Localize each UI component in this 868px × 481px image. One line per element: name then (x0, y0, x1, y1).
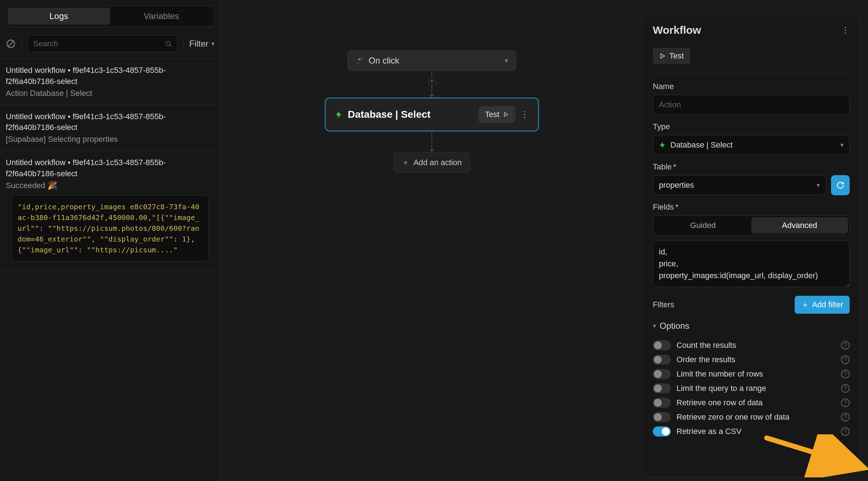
help-icon[interactable]: ? (841, 398, 850, 407)
test-label: Test (669, 51, 684, 61)
option-label: Count the results (677, 341, 736, 350)
options-label: Options (660, 321, 689, 331)
test-label: Test (485, 110, 499, 119)
option-toggle[interactable] (653, 412, 671, 422)
option-row: Limit the number of rows ? (653, 367, 850, 381)
clear-icon[interactable] (6, 39, 16, 49)
option-toggle[interactable] (653, 355, 671, 365)
refresh-icon (836, 181, 844, 189)
help-icon[interactable]: ? (841, 413, 850, 421)
filter-button[interactable]: Filter ▾ (189, 39, 214, 49)
log-item[interactable]: Untitled workflow • f9ef41c3-1c53-4857-8… (0, 59, 220, 105)
log-subtitle: Succeeded 🎉 (6, 181, 214, 190)
type-label: Type (653, 122, 850, 131)
help-icon[interactable]: ? (841, 427, 850, 436)
filter-label: Filter (189, 39, 208, 49)
svg-point-5 (357, 62, 358, 64)
database-select-node[interactable]: Database | Select Test ⋮ (325, 98, 539, 131)
name-label: Name (653, 82, 850, 91)
option-label: Retrieve one row of data (677, 398, 763, 407)
log-title: Untitled workflow • f9ef41c3-1c53-4857-8… (6, 157, 214, 179)
chevron-down-icon: ▾ (840, 141, 844, 149)
workflow-canvas[interactable]: On click ▾ + Database | Select (221, 0, 643, 481)
seg-guided[interactable]: Guided (655, 217, 751, 234)
option-label: Limit the query to a range (677, 384, 766, 393)
add-action-label: Add an action (414, 158, 462, 167)
workflow-panel: Workflow ⋮ Test Name Type (643, 14, 859, 477)
chevron-down-icon: ▾ (505, 57, 508, 65)
help-icon[interactable]: ? (841, 370, 850, 378)
plus-icon: ＋ (402, 158, 409, 167)
node-test-button[interactable]: Test (479, 106, 515, 123)
panel-test-button[interactable]: Test (653, 48, 690, 64)
add-filter-label: Add filter (812, 300, 843, 309)
table-value: properties (659, 181, 694, 190)
option-label: Retrieve zero or one row of data (677, 412, 789, 422)
bolt-icon (659, 141, 666, 149)
fields-mode-segment: Guided Advanced (653, 215, 850, 235)
option-row: Retrieve as a CSV ? (653, 424, 850, 439)
options-list: Count the results ? Order the results ? … (653, 338, 850, 439)
type-select[interactable]: Database | Select ▾ (653, 135, 850, 155)
option-row: Limit the query to a range ? (653, 381, 850, 396)
option-row: Order the results ? (653, 352, 850, 367)
search-input[interactable] (33, 39, 165, 48)
option-row: Retrieve one row of data ? (653, 396, 850, 410)
option-label: Retrieve as a CSV (677, 427, 742, 436)
log-subtitle: [Supabase] Selecting properties (6, 135, 214, 144)
log-title: Untitled workflow • f9ef41c3-1c53-4857-8… (6, 65, 214, 87)
svg-point-2 (166, 41, 170, 46)
bolt-icon (335, 111, 343, 118)
chevron-down-icon: ▾ (211, 40, 214, 48)
logs-sidebar: Logs Variables Filter ▾ Untitl (0, 0, 221, 481)
play-icon (659, 53, 666, 59)
filters-label: Filters (653, 300, 674, 309)
seg-advanced[interactable]: Advanced (751, 217, 848, 234)
plus-icon: ＋ (801, 299, 809, 310)
fields-textarea[interactable] (653, 240, 850, 287)
log-item[interactable]: Untitled workflow • f9ef41c3-1c53-4857-8… (0, 105, 220, 151)
table-select[interactable]: properties ▾ (653, 175, 826, 195)
more-icon[interactable]: ⋮ (520, 109, 529, 120)
node-title: Database | Select (348, 109, 430, 120)
help-icon[interactable]: ? (841, 384, 850, 393)
chevron-down-icon: ▾ (653, 322, 656, 330)
panel-more-icon[interactable]: ⋮ (841, 25, 850, 35)
sparkle-icon (356, 57, 364, 65)
option-toggle[interactable] (653, 369, 671, 379)
divider (183, 38, 184, 50)
option-toggle[interactable] (653, 426, 671, 436)
tab-logs[interactable]: Logs (8, 8, 110, 25)
svg-marker-7 (661, 54, 665, 58)
options-toggle[interactable]: ▾ Options (653, 321, 850, 331)
log-title: Untitled workflow • f9ef41c3-1c53-4857-8… (6, 111, 214, 134)
log-subtitle: Action Database | Select (6, 89, 214, 98)
option-label: Order the results (677, 355, 735, 364)
log-item[interactable]: Untitled workflow • f9ef41c3-1c53-4857-8… (0, 151, 220, 270)
option-toggle[interactable] (653, 340, 671, 350)
connector (430, 131, 434, 152)
refresh-button[interactable] (831, 175, 850, 195)
search-icon (165, 40, 172, 47)
tab-variables[interactable]: Variables (110, 8, 213, 25)
fields-label: Fields (653, 202, 850, 212)
svg-marker-6 (504, 113, 508, 117)
add-step-button[interactable]: + (428, 78, 435, 85)
log-code-block: "id,price,property_images e8c027c8-73fa-… (11, 195, 209, 261)
type-value: Database | Select (670, 140, 733, 150)
trigger-node[interactable]: On click ▾ (347, 50, 516, 71)
option-row: Count the results ? (653, 338, 850, 352)
option-row: Retrieve zero or one row of data ? (653, 410, 850, 424)
svg-line-1 (8, 41, 13, 46)
divider (653, 73, 850, 73)
option-toggle[interactable] (653, 383, 671, 393)
help-icon[interactable]: ? (841, 355, 850, 364)
play-icon (503, 112, 509, 117)
add-filter-button[interactable]: ＋ Add filter (795, 296, 850, 314)
help-icon[interactable]: ? (841, 341, 850, 350)
option-label: Limit the number of rows (677, 369, 763, 379)
name-input[interactable] (653, 95, 850, 115)
add-action-button[interactable]: ＋ Add an action (394, 152, 470, 173)
option-toggle[interactable] (653, 398, 671, 408)
svg-point-4 (361, 58, 363, 59)
